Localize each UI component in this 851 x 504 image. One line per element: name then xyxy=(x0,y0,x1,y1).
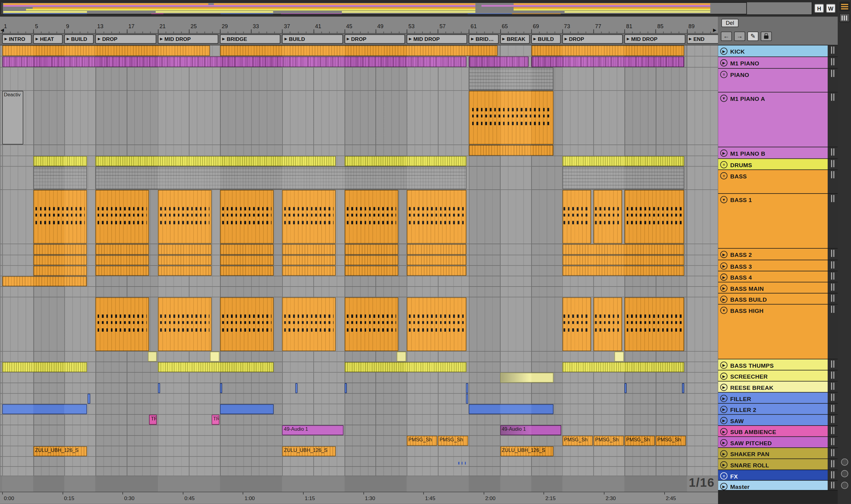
track-lane-master[interactable] xyxy=(0,467,718,476)
clip[interactable] xyxy=(95,156,336,166)
clip[interactable] xyxy=(2,56,466,67)
track-play-icon[interactable]: ▶ xyxy=(721,417,728,424)
clip[interactable] xyxy=(469,68,554,90)
clip[interactable] xyxy=(344,298,398,351)
locator-mid-drop[interactable]: ▶MID DROP xyxy=(407,34,467,43)
clip[interactable] xyxy=(95,190,149,244)
clip[interactable] xyxy=(158,244,212,255)
arrow-right-button[interactable]: → xyxy=(734,32,745,41)
clip[interactable] xyxy=(562,167,684,189)
track-lane-bass-main[interactable] xyxy=(0,276,718,287)
clip[interactable] xyxy=(614,352,624,362)
clip[interactable] xyxy=(407,266,466,276)
track-header-filler[interactable]: ▶FILLER xyxy=(718,393,838,404)
clip[interactable] xyxy=(95,255,149,265)
clip[interactable] xyxy=(562,266,684,276)
clip[interactable] xyxy=(682,383,685,393)
draw-mode-button[interactable]: ✎ xyxy=(747,32,759,41)
track-play-icon[interactable]: ▶ xyxy=(721,47,728,55)
bar-ruler[interactable]: ◀ ▶ 159131721252933374145495357616569737… xyxy=(0,17,718,34)
clip[interactable] xyxy=(458,462,468,465)
track-header-drums[interactable]: ≡DRUMS xyxy=(718,159,838,170)
track-lane-bass-thumps[interactable] xyxy=(0,352,718,362)
track-header-screecher[interactable]: ▶SCREECHER xyxy=(718,371,838,382)
track-header-m1-piano-a[interactable]: ▼M1 PIANO A xyxy=(718,92,838,147)
locator-drop[interactable]: ▶DROP xyxy=(344,34,405,43)
track-lane-bass-2[interactable] xyxy=(0,244,718,255)
time-ruler[interactable]: 0:000:150:300:451:001:151:301:452:002:15… xyxy=(0,491,718,504)
clip[interactable] xyxy=(397,352,406,362)
track-header-saw[interactable]: ▶SAW xyxy=(718,415,838,426)
track-lane-reese-break[interactable] xyxy=(0,373,718,383)
clip[interactable] xyxy=(33,190,87,244)
clip[interactable]: ZULU_UBH_126_S xyxy=(33,446,87,456)
locator-end[interactable]: ▶END xyxy=(687,34,718,43)
track-header-piano[interactable]: ≡PIANO xyxy=(718,69,838,93)
track-play-icon[interactable]: ▶ xyxy=(721,483,728,490)
clip[interactable]: ZULU_UBH_126_S xyxy=(282,446,336,456)
track-header-snare-roll[interactable]: ▶SNARE ROLL xyxy=(718,459,838,470)
track-group-icon[interactable]: ≡ xyxy=(721,71,728,78)
clip[interactable] xyxy=(625,383,627,393)
clip[interactable] xyxy=(33,156,87,166)
track-header-reese-break[interactable]: ▶REESE BREAK xyxy=(718,382,838,393)
track-play-icon[interactable]: ▶ xyxy=(721,251,728,258)
clip[interactable] xyxy=(344,156,467,166)
track-lane-bass[interactable] xyxy=(0,167,718,190)
clip[interactable] xyxy=(344,190,398,244)
clip[interactable] xyxy=(210,352,219,362)
clip[interactable]: 49-Audio 1 xyxy=(500,425,562,435)
track-header-kick[interactable]: ▶KICK xyxy=(718,46,838,57)
clip[interactable] xyxy=(296,383,298,393)
panel-toggle-icon[interactable] xyxy=(839,13,850,22)
locator-drop[interactable]: ▶DROP xyxy=(562,34,623,43)
locator-build[interactable]: ▶BUILD xyxy=(531,34,561,43)
scroll-right-icon[interactable]: ▶ xyxy=(713,28,716,33)
clip[interactable] xyxy=(469,91,554,144)
track-lane-m1-piano-a[interactable]: Deactiv xyxy=(0,91,718,145)
track-lane-bass-3[interactable] xyxy=(0,255,718,266)
track-play-icon[interactable]: ▶ xyxy=(721,273,728,281)
clip[interactable] xyxy=(282,266,336,276)
clip[interactable] xyxy=(2,276,87,286)
track-group-icon[interactable]: ≡ xyxy=(721,472,728,479)
clip[interactable] xyxy=(95,298,149,351)
clip[interactable]: TR xyxy=(212,415,219,425)
clip[interactable] xyxy=(562,156,684,166)
clip[interactable] xyxy=(466,383,468,393)
clip[interactable]: Deactiv xyxy=(2,91,23,144)
track-header-bass-1[interactable]: ▼BASS 1 xyxy=(718,194,838,249)
io-toggle-icon[interactable] xyxy=(841,458,848,466)
lock-envelopes-button[interactable] xyxy=(761,32,772,41)
clip[interactable] xyxy=(407,244,466,255)
clip[interactable] xyxy=(220,244,274,255)
clip[interactable] xyxy=(282,244,336,255)
clip[interactable] xyxy=(466,394,468,404)
locator-heat[interactable]: ▶HEAT xyxy=(33,34,63,43)
clip[interactable] xyxy=(220,298,274,351)
clip[interactable] xyxy=(282,255,336,265)
clip[interactable] xyxy=(344,266,398,276)
track-play-icon[interactable]: ▶ xyxy=(721,450,728,457)
track-lane-m1-piano-b[interactable] xyxy=(0,145,718,156)
clip[interactable] xyxy=(593,298,622,351)
arrow-left-button[interactable]: ← xyxy=(721,32,732,41)
locator-intro[interactable]: ▶INTRO xyxy=(2,34,32,43)
track-lane-m1-piano[interactable] xyxy=(0,56,718,68)
track-header-saw-pitched[interactable]: ▶SAW PITCHED xyxy=(718,437,838,448)
track-header-bass[interactable]: ≡BASS xyxy=(718,170,838,194)
locator-build[interactable]: ▶BUILD xyxy=(282,34,343,43)
clip[interactable]: PMSG_Sh xyxy=(562,436,592,446)
track-fold-icon[interactable]: ▼ xyxy=(721,307,728,314)
track-lane-sub-ambience[interactable]: TRTR xyxy=(0,415,718,425)
track-play-icon[interactable]: ▶ xyxy=(721,262,728,270)
track-play-icon[interactable]: ▶ xyxy=(721,439,728,446)
clip[interactable] xyxy=(407,298,466,351)
clip[interactable] xyxy=(407,255,466,265)
track-lane-fx[interactable] xyxy=(0,457,718,467)
locator-drop[interactable]: ▶DROP xyxy=(95,34,156,43)
track-lane-shaker-pan[interactable]: PMSG_ShPMSG_ShPMSG_ShPMSG_ShPMSG_ShPMSG_… xyxy=(0,436,718,447)
clip[interactable]: PMSG_Sh xyxy=(593,436,624,446)
clip[interactable] xyxy=(2,46,210,56)
clip[interactable] xyxy=(344,362,467,372)
